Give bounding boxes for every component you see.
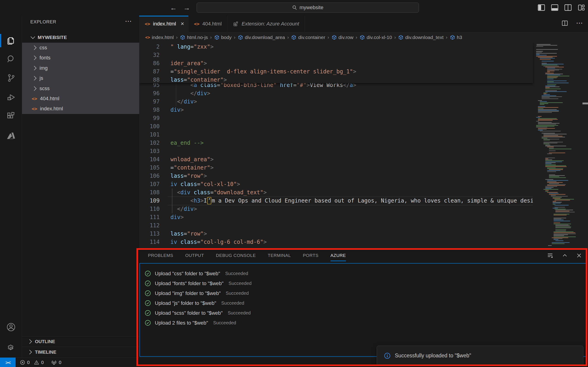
panel-tab-azure[interactable]: AZURE (330, 253, 346, 259)
activity-azure[interactable] (0, 127, 22, 144)
minimap-line (553, 232, 573, 232)
tab-404-html[interactable]: <>404.html (189, 16, 227, 32)
split-editor-icon[interactable] (561, 20, 568, 27)
tree-item-label: index.html (40, 106, 63, 112)
symbol-cube-icon (359, 35, 365, 40)
minimap-line (545, 165, 556, 165)
toggle-sidebar-icon[interactable] (537, 4, 545, 11)
panel-tab-debug-console[interactable]: DEBUG CONSOLE (216, 253, 256, 259)
panel-tab-output[interactable]: OUTPUT (185, 253, 204, 259)
nav-forward-icon[interactable]: → (182, 4, 191, 12)
breadcrumb-separator: › (210, 35, 212, 40)
section-timeline[interactable]: TIMELINE (22, 347, 139, 357)
breadcrumb-separator: › (176, 35, 178, 40)
minimap-line (547, 147, 554, 147)
minimap-line (547, 81, 554, 82)
breadcrumb-item-div-download-text[interactable]: div.download_text (398, 35, 443, 40)
panel-tab-ports[interactable]: PORTS (303, 253, 319, 259)
minimap-line (547, 77, 557, 78)
activity-explorer[interactable] (0, 32, 22, 49)
upload-log-status: Succeeded (229, 281, 251, 286)
sticky-scroll: 2<html class="no-js" lang="zxx">32<body>… (139, 43, 533, 83)
problems-status[interactable]: 0 0 (20, 358, 44, 367)
tree-item-js[interactable]: js (22, 73, 139, 83)
breadcrumb-item-index-html[interactable]: <>index.html (145, 35, 174, 40)
breadcrumb-item-body[interactable]: body (214, 35, 232, 40)
breadcrumb-item-div-container[interactable]: div.container (291, 35, 325, 40)
file-tree: cssfontsimgjsscss<>404.html<>index.html (22, 43, 139, 114)
upload-log-text: Upload "css" folder to "$web" (155, 271, 220, 277)
section-outline[interactable]: OUTLINE (22, 336, 139, 347)
code-line-114: <div class="col-lg-6 col-md-6"> (170, 238, 267, 246)
breadcrumb-item-h3[interactable]: h3 (450, 35, 462, 40)
minimap-line (547, 181, 556, 182)
sidebar-more-actions-icon[interactable]: ⋯ (125, 17, 132, 25)
minimap-line (544, 66, 559, 67)
minimap-line (553, 236, 576, 237)
breadcrumb-separator: › (328, 35, 329, 40)
minimap-line (542, 97, 550, 98)
minimap[interactable] (533, 43, 582, 249)
panel-tab-problems[interactable]: PROBLEMS (148, 253, 173, 259)
minimap-line (538, 130, 543, 131)
code-editor[interactable]: 95 <a class="boxed-btn3-line" href="#">V… (139, 43, 588, 249)
azure-icon (6, 131, 16, 141)
code-line-clip: </div> (170, 106, 533, 114)
minimap-line (547, 171, 556, 172)
command-center-search[interactable]: mywebsite (197, 2, 419, 13)
close-panel-icon[interactable] (576, 252, 582, 259)
ports-status[interactable]: 0 (51, 358, 61, 367)
remote-indicator[interactable]: >< (0, 358, 16, 367)
line-number-101: 101 (139, 131, 160, 139)
tree-item-scss[interactable]: scss (22, 83, 139, 94)
breadcrumb-item-div-download-area[interactable]: div.download_area (238, 35, 285, 40)
maximize-panel-icon[interactable] (562, 252, 568, 259)
minimap-line (549, 193, 559, 194)
check-circle-icon (145, 270, 151, 277)
activity-search[interactable] (0, 50, 22, 68)
minimap-line (547, 71, 554, 71)
breadcrumb-item-div-col-xl-10[interactable]: div.col-xl-10 (359, 35, 392, 40)
breadcrumb-separator: › (234, 35, 235, 40)
tree-item-404.html[interactable]: <>404.html (22, 94, 139, 104)
more-actions-icon[interactable]: ⋯ (576, 20, 583, 27)
upload-log-text: Upload "img" folder to "$web" (155, 290, 221, 296)
accounts-icon (6, 322, 16, 332)
tree-item-img[interactable]: img (22, 63, 139, 73)
activity-settings[interactable] (0, 340, 22, 357)
tree-item-css[interactable]: css (22, 43, 139, 53)
minimap-line (553, 221, 570, 221)
minimap-line (536, 45, 557, 46)
activity-accounts[interactable] (0, 318, 22, 336)
line-number-88: 88 (139, 76, 160, 84)
toggle-panel-icon[interactable] (551, 4, 559, 11)
activity-extensions[interactable] (0, 107, 22, 125)
split-editor-icon[interactable] (564, 4, 572, 11)
activity-run-debug[interactable] (0, 89, 22, 106)
tree-item-fonts[interactable]: fonts (22, 53, 139, 63)
customize-layout-icon[interactable] (578, 4, 585, 11)
html-file-icon: <> (145, 35, 150, 40)
minimap-line (548, 245, 552, 246)
notification-toast[interactable]: Successfully uploaded to "$web" (377, 346, 583, 366)
tab-index-html[interactable]: <>index.html× (139, 16, 189, 32)
activity-source-control[interactable] (0, 69, 22, 87)
tree-root-mywebsite[interactable]: MYWEBSITE (22, 32, 139, 43)
close-tab-icon[interactable]: × (181, 20, 184, 27)
tree-item-index.html[interactable]: <>index.html (22, 104, 139, 114)
minimap-line (540, 58, 555, 58)
run-debug-icon (6, 92, 16, 102)
minimap-line (542, 95, 556, 96)
tab-extension-azure-account[interactable]: Extension: Azure Account (227, 16, 305, 32)
minimap-line (553, 214, 569, 215)
clear-output-icon[interactable] (547, 252, 553, 259)
title-bar: ← → mywebsite (0, 0, 588, 16)
breadcrumb-item-html-no-js[interactable]: html.no-js (180, 35, 208, 40)
breadcrumb-item-div-row[interactable]: div.row (331, 35, 354, 40)
code-line-clip: <div class="slider_area"> (170, 59, 533, 67)
minimap-line (538, 116, 542, 117)
panel-tab-terminal[interactable]: TERMINAL (268, 253, 291, 259)
nav-back-icon[interactable]: ← (169, 4, 178, 12)
check-circle-icon (145, 290, 151, 297)
check-circle-icon (145, 310, 151, 316)
